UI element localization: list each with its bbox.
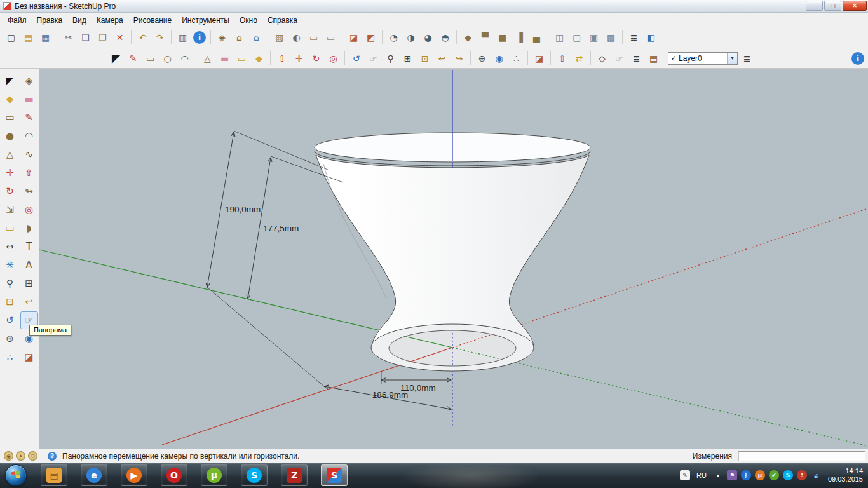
notes-tray-icon[interactable]: ✎	[680, 470, 690, 480]
move-tool[interactable]: ✛	[2, 165, 18, 181]
viewport[interactable]: 190,0mm 177,5mm 110,0mm 186,9mm	[39, 69, 868, 449]
bluetooth-tray-icon[interactable]: ᛒ	[741, 470, 751, 480]
new-document-icon[interactable]: ▢	[3, 29, 19, 45]
hand-tool-icon[interactable]: ☞	[611, 50, 627, 66]
zoom-window-tool[interactable]: ⊞	[400, 50, 416, 66]
axes-tool[interactable]: ✳	[2, 257, 18, 273]
menu-file[interactable]: Файл	[3, 15, 32, 26]
save-icon[interactable]: ▦	[37, 29, 53, 45]
toolbar-icon[interactable]	[131, 30, 132, 44]
section-plane-tool[interactable]: ◪	[21, 349, 37, 365]
rectangle-tool[interactable]: ▭	[142, 50, 158, 66]
toolbar-icon[interactable]	[456, 30, 457, 44]
up-view-icon[interactable]: ⇧	[554, 50, 570, 66]
media-player-taskbar-icon[interactable]: ▶	[121, 464, 147, 486]
clock[interactable]: 14:14 09.03.2015	[828, 467, 863, 484]
shadow-time-icon[interactable]: ▭	[323, 29, 339, 45]
x-ray-icon[interactable]: ◫	[552, 29, 567, 45]
eraser-tool[interactable]: ▬	[217, 50, 233, 66]
top-view-icon[interactable]: ▀	[477, 29, 493, 45]
rectangle-tool[interactable]: ▭	[2, 109, 18, 126]
toolbar-icon[interactable]	[210, 30, 211, 44]
erase-icon[interactable]: ✕	[112, 29, 128, 45]
camera-circle-icon[interactable]: ◓	[437, 29, 453, 45]
toolbar-icon[interactable]	[590, 51, 591, 65]
position-camera-tool[interactable]: ⊕	[2, 330, 18, 347]
copy-icon[interactable]: ❏	[78, 29, 93, 45]
select-tool[interactable]: ◤	[2, 72, 18, 89]
toolbar-icon[interactable]	[196, 51, 196, 65]
follow-me-tool[interactable]: ↬	[21, 183, 37, 200]
network-tray-icon[interactable]: ⣴	[811, 470, 821, 480]
entity-info-icon[interactable]: i	[193, 31, 206, 44]
3d-text-tool[interactable]: A	[21, 257, 37, 273]
toolbar-icon[interactable]	[382, 30, 383, 44]
select-tool[interactable]: ◤	[108, 50, 124, 66]
circle-tool[interactable]: ●	[2, 128, 18, 144]
eraser-tool[interactable]: ▬	[21, 91, 37, 107]
previous-view-icon[interactable]: ◔	[386, 29, 402, 45]
toolbar-icon[interactable]	[527, 51, 528, 65]
wireframe-icon[interactable]: ▢	[569, 29, 585, 45]
toolbar-icon[interactable]	[622, 30, 623, 44]
toolbar-icon[interactable]	[342, 30, 342, 44]
menu-tools[interactable]: Инструменты	[177, 15, 234, 26]
back-view-icon[interactable]: ▄	[529, 29, 545, 45]
toolbar-icon[interactable]	[550, 51, 551, 65]
line-tool[interactable]: ✎	[21, 109, 37, 126]
hidden-line-icon[interactable]: ▣	[586, 29, 602, 45]
toolbar-icon[interactable]	[344, 51, 345, 65]
look-around-tool[interactable]: ◉	[491, 50, 507, 66]
next-view-tool[interactable]: ↪	[451, 50, 467, 66]
utorrent-tray-icon[interactable]: µ	[755, 470, 765, 480]
rotate-tool[interactable]: ↻	[2, 183, 18, 200]
toolbar-icon[interactable]	[268, 30, 268, 44]
section-plane-tool[interactable]: ◪	[531, 50, 547, 66]
arc-tool[interactable]: ◠	[21, 128, 37, 144]
maximize-button[interactable]: ▢	[824, 1, 841, 11]
turntable-icon[interactable]: ◕	[420, 29, 436, 45]
viewport-canvas[interactable]: 190,0mm 177,5mm 110,0mm 186,9mm	[39, 69, 868, 449]
iso-view-icon[interactable]: ◆	[460, 29, 476, 45]
section-plane-icon[interactable]: ◪	[346, 29, 362, 45]
protractor-tool[interactable]: ◗	[21, 220, 37, 236]
start-button[interactable]	[5, 464, 27, 486]
toolbar-icon[interactable]	[171, 30, 172, 44]
layers-list-icon[interactable]: ≣	[628, 50, 644, 66]
zoom-extents-tool[interactable]: ⊡	[417, 50, 433, 66]
orbit-tool[interactable]: ↺	[2, 312, 18, 329]
previous-view-tool[interactable]: ↩	[434, 50, 450, 66]
close-button[interactable]: ✕	[843, 1, 867, 11]
arc-tool[interactable]: ◠	[177, 50, 193, 66]
circle-tool[interactable]: ○	[159, 50, 175, 66]
alert-tray-icon[interactable]: !	[797, 470, 807, 480]
toolbar-icon[interactable]	[270, 51, 271, 65]
shadows-dialog-icon[interactable]: ◐	[288, 29, 304, 45]
zoom-tool[interactable]: ⚲	[2, 275, 18, 292]
shaded-icon[interactable]: ▩	[603, 29, 619, 45]
polygon-tool[interactable]: △	[2, 146, 18, 163]
menu-help[interactable]: Справка	[262, 15, 302, 26]
antivirus-tray-icon[interactable]: ✔	[769, 470, 779, 480]
undo-icon[interactable]: ↶	[135, 29, 151, 45]
paint-bucket-tool[interactable]: ◆	[2, 91, 18, 107]
styles-toolbar-icon[interactable]: ◧	[643, 29, 659, 45]
zoom-extents-tool[interactable]: ⊡	[2, 294, 18, 310]
paste-icon[interactable]: ❐	[95, 29, 111, 45]
make-component-icon[interactable]: ◈	[214, 29, 230, 45]
menu-draw[interactable]: Рисование	[128, 15, 177, 26]
layer-dropdown[interactable]: ✓ Layer0 ▼	[668, 52, 738, 65]
geolocation-status-icon[interactable]: ◉	[4, 451, 13, 461]
skype-tray-icon[interactable]: S	[783, 470, 793, 480]
menu-window[interactable]: Окно	[234, 15, 262, 26]
text-tool[interactable]: T	[21, 238, 37, 255]
right-view-icon[interactable]: ▐	[512, 29, 527, 45]
materials-icon[interactable]: ▨	[271, 29, 287, 45]
tape-measure-tool[interactable]: ▭	[2, 220, 18, 236]
position-camera-tool[interactable]: ⊕	[474, 50, 490, 66]
rotate-tool[interactable]: ↻	[308, 50, 324, 66]
scale-tool[interactable]: ⇲	[2, 201, 18, 218]
flag-tray-icon[interactable]: ⚑	[727, 470, 737, 480]
make-component-tool[interactable]: ◈	[21, 72, 37, 89]
menu-edit[interactable]: Правка	[32, 15, 68, 26]
